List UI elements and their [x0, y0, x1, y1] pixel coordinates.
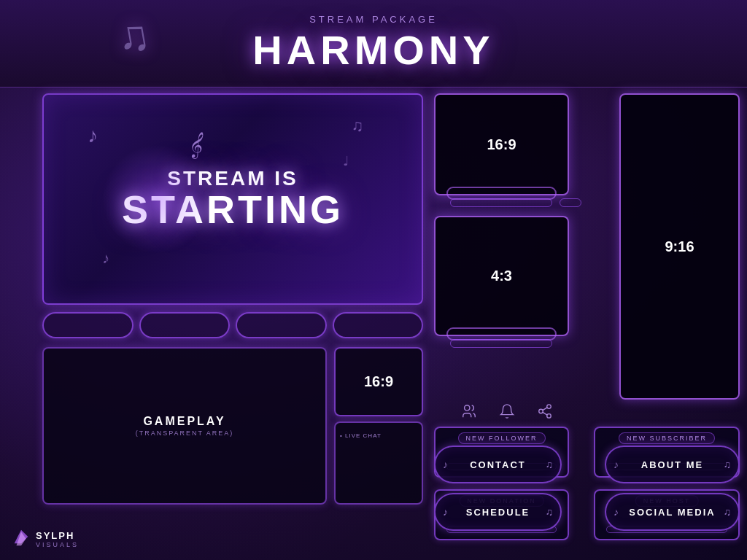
right-section: 16:9 9:16 4:3	[434, 93, 740, 553]
live-chat-label: • LIVE CHAT	[340, 432, 382, 439]
svg-point-3	[547, 414, 551, 419]
music-note-2: ♫	[352, 117, 364, 136]
logo-visuals: VISUALS	[36, 541, 79, 548]
stream-starting-panel: ♪ ♫ ♩ ♪ 𝄞 STREAM IS STARTING	[42, 93, 423, 305]
small-169-label: 16:9	[364, 373, 393, 390]
contact-note-left: ♪	[443, 459, 448, 470]
logo: SYLPH VISUALS	[11, 526, 79, 551]
svg-line-5	[543, 408, 547, 411]
music-note-4: ♪	[102, 250, 109, 267]
svg-point-1	[547, 405, 551, 409]
alert-new-follower-label: NEW FOLLOWER	[457, 432, 545, 444]
schedule-note-right: ♫	[546, 506, 554, 518]
panel-43: 4:3	[434, 216, 569, 336]
contact-label: CONTACT	[470, 459, 526, 470]
bottom-btn-4[interactable]	[333, 312, 424, 338]
gameplay-sub: (TRANSPARENT AREA)	[136, 429, 234, 437]
panel-bar-1	[450, 198, 552, 207]
panel-916-label: 9:16	[665, 238, 694, 255]
bell-icon	[495, 400, 519, 423]
music-note-1: ♪	[88, 124, 98, 147]
glow-orb	[102, 144, 212, 254]
panel-169-right: 16:9	[434, 93, 569, 195]
svg-point-0	[465, 405, 470, 411]
about-me-label: ABOUT ME	[641, 459, 703, 470]
share-icon	[533, 400, 557, 423]
gameplay-label: GAMEPLAY	[143, 415, 225, 428]
schedule-button[interactable]: ♪ SCHEDULE ♫	[434, 493, 562, 531]
schedule-note-left: ♪	[443, 506, 448, 518]
header-subtitle: Stream Package	[309, 14, 438, 25]
bottom-buttons-row	[42, 312, 423, 338]
header-title: HARMONY	[252, 26, 494, 74]
schedule-label: SCHEDULE	[466, 507, 530, 518]
icons-row	[434, 400, 580, 423]
bottom-btn-2[interactable]	[139, 312, 231, 338]
contact-button[interactable]: ♪ CONTACT ♫	[434, 446, 562, 483]
music-note-3: ♩	[343, 153, 349, 169]
social-note-left: ♪	[614, 506, 619, 518]
bottom-btn-1[interactable]	[42, 312, 133, 338]
panel-916: 9:16	[619, 93, 740, 400]
bottom-btn-3[interactable]	[236, 312, 327, 338]
panel-43-bar	[450, 339, 552, 348]
logo-icon	[11, 526, 31, 551]
panel-43-label: 4:3	[491, 268, 512, 284]
about-me-button[interactable]: ♪ ABOUT ME ♫	[605, 446, 740, 483]
music-note-decoration: ♫	[112, 9, 153, 64]
small-169-panel: 16:9	[334, 347, 423, 416]
people-icon	[457, 400, 481, 423]
social-media-label: SOCIAL MEDIA	[629, 507, 715, 518]
panel-bar-2	[560, 198, 581, 207]
live-chat-panel: • LIVE CHAT	[334, 421, 423, 505]
music-note-5: 𝄞	[187, 130, 207, 160]
logo-sylph: SYLPH	[36, 530, 79, 541]
social-media-button[interactable]: ♪ SOCIAL MEDIA ♫	[605, 493, 740, 531]
logo-text: SYLPH VISUALS	[36, 530, 79, 548]
about-note-right: ♫	[724, 459, 732, 470]
gameplay-area: GAMEPLAY (TRANSPARENT AREA)	[42, 347, 327, 505]
panel-169-label: 16:9	[487, 136, 516, 153]
svg-point-2	[539, 409, 543, 413]
contact-note-right: ♫	[546, 459, 554, 470]
alert-new-subscriber-label: NEW SUBSCRIBER	[619, 432, 715, 444]
social-note-right: ♫	[724, 506, 732, 518]
header: ♫ Stream Package HARMONY	[0, 0, 747, 88]
svg-line-4	[543, 412, 547, 415]
about-note-left: ♪	[614, 459, 619, 470]
